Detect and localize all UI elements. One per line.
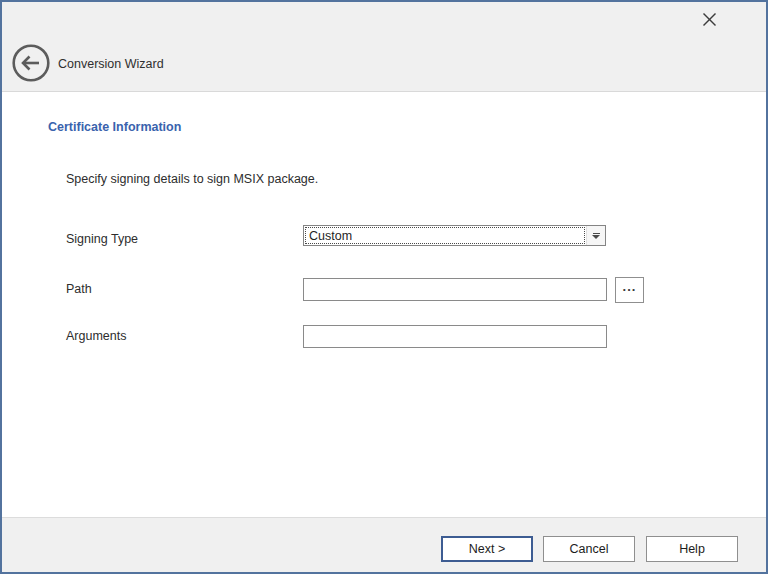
wizard-title: Conversion Wizard [58, 57, 164, 71]
back-button[interactable] [11, 43, 51, 83]
cancel-button[interactable]: Cancel [543, 536, 635, 562]
signing-type-combobox[interactable]: Custom [303, 225, 606, 246]
conversion-wizard-dialog: Conversion Wizard Certificate Informatio… [0, 0, 768, 574]
ellipsis-icon: ... [623, 279, 637, 294]
arguments-label: Arguments [66, 329, 126, 343]
chevron-down-icon [593, 233, 600, 234]
path-input[interactable] [303, 278, 607, 301]
next-button[interactable]: Next > [441, 536, 533, 562]
path-label: Path [66, 282, 92, 296]
signing-type-label: Signing Type [66, 232, 138, 246]
browse-button[interactable]: ... [615, 277, 644, 303]
combobox-dropdown-button[interactable] [586, 226, 605, 245]
arguments-input[interactable] [303, 325, 607, 348]
help-button[interactable]: Help [646, 536, 738, 562]
back-arrow-icon [11, 69, 51, 86]
close-icon [701, 11, 718, 32]
wizard-header: Conversion Wizard [2, 2, 766, 92]
close-button[interactable] [696, 8, 722, 34]
page-title: Certificate Information [48, 120, 181, 134]
signing-type-value: Custom [305, 227, 585, 244]
wizard-footer: Next > Cancel Help [2, 517, 766, 572]
page-description: Specify signing details to sign MSIX pac… [66, 172, 318, 186]
